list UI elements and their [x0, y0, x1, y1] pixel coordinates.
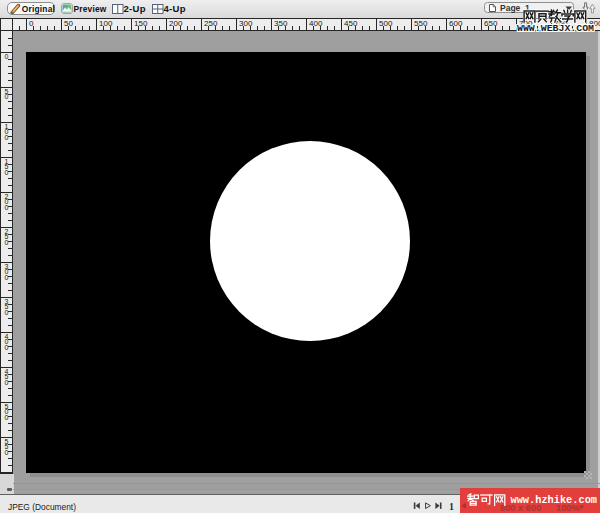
svg-text:150: 150 — [134, 19, 148, 28]
svg-text:0: 0 — [5, 239, 9, 246]
svg-text:0: 0 — [5, 449, 9, 456]
svg-text:350: 350 — [274, 19, 288, 28]
svg-text:0: 0 — [5, 53, 9, 60]
svg-text:0: 0 — [5, 134, 9, 141]
svg-text:250: 250 — [204, 19, 218, 28]
svg-text:0: 0 — [5, 169, 9, 176]
svg-text:400: 400 — [309, 19, 323, 28]
svg-text:0: 0 — [5, 414, 9, 421]
svg-text:600: 600 — [449, 19, 463, 28]
svg-text:200: 200 — [169, 19, 183, 28]
svg-text:500: 500 — [379, 19, 393, 28]
svg-text:550: 550 — [414, 19, 428, 28]
svg-text:0: 0 — [5, 274, 9, 281]
svg-text:300: 300 — [239, 19, 253, 28]
svg-text:450: 450 — [344, 19, 358, 28]
svg-text:0: 0 — [5, 379, 9, 386]
svg-text:50: 50 — [64, 19, 73, 28]
svg-text:0: 0 — [5, 204, 9, 211]
svg-text:0: 0 — [5, 344, 9, 351]
svg-text:650: 650 — [484, 19, 498, 28]
svg-text:0: 0 — [5, 309, 9, 316]
svg-text:0: 0 — [5, 93, 9, 100]
svg-text:0: 0 — [29, 19, 34, 28]
svg-text:100: 100 — [99, 19, 113, 28]
